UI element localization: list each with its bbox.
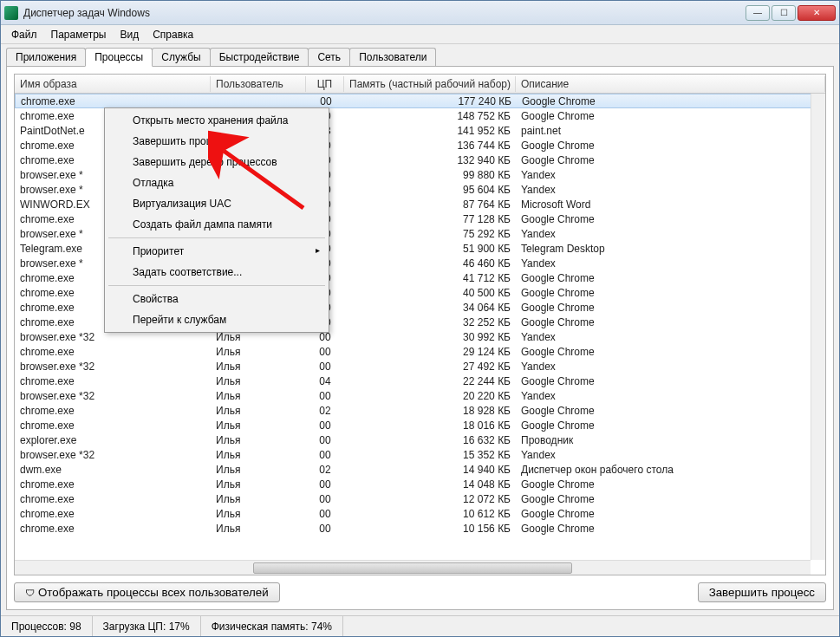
- cell-desc: Google Chrome: [516, 302, 825, 314]
- tab-strip: ПриложенияПроцессыСлужбыБыстродействиеСе…: [1, 44, 839, 66]
- cell-mem: 34 064 КБ: [344, 302, 516, 314]
- context-menu-item[interactable]: Приоритет: [107, 241, 327, 262]
- cell-desc: Google Chrome: [516, 140, 825, 152]
- col-user[interactable]: Пользователь: [211, 76, 306, 92]
- cell-name: chrome.exe: [15, 493, 211, 505]
- table-row[interactable]: explorer.exeИлья0016 632 КБПроводник: [15, 432, 825, 447]
- context-menu-item[interactable]: Перейти к службам: [107, 309, 327, 330]
- cell-mem: 132 940 КБ: [344, 154, 516, 166]
- cell-desc: Google Chrome: [517, 95, 824, 107]
- cell-desc: Yandex: [516, 449, 825, 461]
- table-row[interactable]: chrome.exeИлья0422 244 КБGoogle Chrome: [15, 374, 825, 388]
- cell-cpu: 04: [306, 375, 344, 387]
- table-row[interactable]: browser.exe *32Илья0020 220 КБYandex: [15, 388, 825, 403]
- tab-0[interactable]: Приложения: [6, 48, 86, 66]
- cell-name: chrome.exe: [15, 478, 211, 491]
- context-menu-item[interactable]: Задать соответствие...: [107, 262, 327, 283]
- cell-mem: 77 128 КБ: [344, 213, 516, 225]
- table-row[interactable]: chrome.exeИлья0014 048 КБGoogle Chrome: [15, 477, 825, 491]
- cell-mem: 20 220 КБ: [344, 390, 516, 402]
- cell-desc: Telegram Desktop: [516, 243, 825, 255]
- table-header: Имя образа Пользователь ЦП Память (частн…: [15, 75, 825, 94]
- cell-user: Илья: [211, 390, 306, 402]
- cell-user: Илья: [211, 375, 306, 387]
- table-row[interactable]: chrome.exeИлья0029 124 КБGoogle Chrome: [15, 344, 825, 359]
- cell-desc: Проводник: [516, 434, 825, 446]
- cell-name: chrome.exe: [15, 523, 211, 535]
- cell-cpu: 00: [306, 493, 344, 505]
- statusbar: Процессов: 98 Загрузка ЦП: 17% Физическа…: [1, 615, 839, 636]
- cell-mem: 41 712 КБ: [344, 272, 516, 284]
- cell-cpu: 00: [306, 523, 344, 535]
- table-row[interactable]: chrome.exeИлья0218 928 КБGoogle Chrome: [15, 403, 825, 418]
- col-description[interactable]: Описание: [516, 76, 825, 92]
- close-button[interactable]: ✕: [798, 5, 836, 21]
- scrollbar-thumb[interactable]: [253, 562, 571, 574]
- show-all-users-button[interactable]: Отображать процессы всех пользователей: [14, 582, 280, 602]
- cell-mem: 136 744 КБ: [344, 140, 516, 152]
- cell-name: browser.exe *32: [15, 449, 211, 461]
- cell-mem: 177 240 КБ: [345, 95, 517, 107]
- table-row[interactable]: chrome.exeИлья0010 612 КБGoogle Chrome: [15, 506, 825, 521]
- tab-1[interactable]: Процессы: [85, 48, 153, 67]
- panel-buttons: Отображать процессы всех пользователей З…: [14, 582, 826, 602]
- context-menu-item[interactable]: Создать файл дампа памяти: [107, 214, 327, 235]
- titlebar[interactable]: Диспетчер задач Windows — ☐ ✕: [1, 1, 839, 25]
- cell-user: Илья: [211, 523, 306, 535]
- cell-desc: Google Chrome: [516, 405, 825, 417]
- col-cpu[interactable]: ЦП: [306, 76, 344, 92]
- menu-help[interactable]: Справка: [146, 27, 200, 42]
- status-memory: Физическая память: 74%: [201, 616, 343, 636]
- end-process-button[interactable]: Завершить процесс: [698, 582, 826, 602]
- cell-mem: 75 292 КБ: [344, 228, 516, 240]
- tab-4[interactable]: Сеть: [308, 48, 350, 66]
- menu-options[interactable]: Параметры: [44, 27, 114, 42]
- tab-2[interactable]: Службы: [152, 48, 210, 66]
- cell-mem: 87 764 КБ: [344, 198, 516, 211]
- cell-mem: 29 124 КБ: [344, 346, 516, 358]
- cell-mem: 14 048 КБ: [344, 478, 516, 491]
- menu-view[interactable]: Вид: [113, 27, 146, 42]
- context-menu-item[interactable]: Открыть место хранения файла: [107, 110, 327, 131]
- context-menu-item[interactable]: Завершить дерево процессов: [107, 152, 327, 172]
- context-menu-item[interactable]: Виртуализация UAC: [107, 193, 327, 214]
- col-memory[interactable]: Память (частный рабочий набор): [344, 76, 516, 92]
- context-menu-item[interactable]: Свойства: [107, 289, 327, 309]
- table-row[interactable]: dwm.exeИлья0214 940 КБДиспетчер окон раб…: [15, 462, 825, 477]
- menu-file[interactable]: Файл: [4, 27, 44, 42]
- cell-mem: 10 156 КБ: [344, 523, 516, 535]
- table-row[interactable]: chrome.exeИлья0010 156 КБGoogle Chrome: [15, 521, 825, 536]
- cell-desc: Yandex: [516, 169, 825, 181]
- tab-3[interactable]: Быстродействие: [210, 48, 309, 66]
- tab-5[interactable]: Пользователи: [349, 48, 436, 66]
- vertical-scrollbar[interactable]: [811, 94, 825, 560]
- table-row[interactable]: chrome.exeИлья0012 072 КБGoogle Chrome: [15, 491, 825, 506]
- cell-name: chrome.exe: [16, 95, 212, 107]
- cell-cpu: 02: [306, 405, 344, 417]
- table-row[interactable]: chrome.exeИлья0018 016 КБGoogle Chrome: [15, 418, 825, 432]
- table-row[interactable]: browser.exe *32Илья0027 492 КБYandex: [15, 359, 825, 374]
- horizontal-scrollbar[interactable]: [15, 560, 811, 575]
- cell-cpu: 00: [306, 478, 344, 491]
- cell-desc: Yandex: [516, 184, 825, 196]
- col-image-name[interactable]: Имя образа: [15, 76, 211, 92]
- cell-desc: Google Chrome: [516, 110, 825, 122]
- context-menu-item[interactable]: Завершить процесс: [107, 131, 327, 152]
- cell-desc: Microsoft Word: [516, 198, 825, 211]
- cell-user: Илья: [211, 464, 306, 476]
- maximize-button[interactable]: ☐: [772, 5, 796, 21]
- table-row[interactable]: chrome.exe00177 240 КБGoogle Chrome: [15, 94, 825, 108]
- cell-cpu: 00: [307, 95, 345, 107]
- cell-mem: 15 352 КБ: [344, 449, 516, 461]
- cell-desc: Google Chrome: [516, 493, 825, 505]
- context-menu-item[interactable]: Отладка: [107, 172, 327, 193]
- cell-mem: 14 940 КБ: [344, 464, 516, 476]
- minimize-button[interactable]: —: [746, 5, 770, 21]
- cell-name: chrome.exe: [15, 375, 211, 387]
- cell-cpu: 00: [306, 508, 344, 520]
- table-row[interactable]: browser.exe *32Илья0015 352 КБYandex: [15, 447, 825, 462]
- cell-user: Илья: [211, 508, 306, 520]
- app-icon: [4, 6, 18, 20]
- cell-cpu: 00: [306, 449, 344, 461]
- cell-name: chrome.exe: [15, 405, 211, 417]
